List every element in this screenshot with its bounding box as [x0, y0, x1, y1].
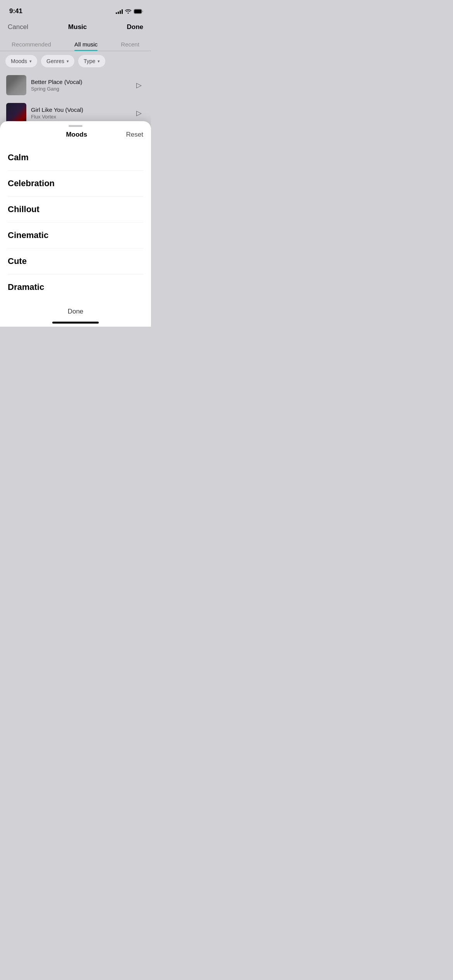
music-title: Girl Like You (Vocal) [31, 106, 129, 113]
moods-bottom-sheet: Moods Reset Calm Celebration Chillout Ci… [0, 121, 151, 327]
filter-row: Moods ▾ Genres ▾ Type ▾ [0, 51, 151, 71]
album-art [6, 75, 26, 95]
tabs-bar: Recommended All music Recent [0, 37, 151, 51]
moods-list: Calm Celebration Chillout Cinematic Cute… [0, 145, 151, 300]
mood-item-calm[interactable]: Calm [8, 145, 143, 171]
genres-filter-label: Genres [46, 58, 64, 64]
music-artist: Spring Gang [31, 86, 129, 92]
tab-recent[interactable]: Recent [115, 37, 146, 51]
tab-recommended[interactable]: Recommended [5, 37, 57, 51]
music-info: Girl Like You (Vocal) Flux Vortex [31, 106, 129, 120]
sheet-title: Moods [27, 131, 126, 139]
album-art [6, 103, 26, 123]
music-title: Better Place (Vocal) [31, 79, 129, 85]
reset-button[interactable]: Reset [126, 131, 143, 139]
status-bar: 9:41 [0, 0, 151, 19]
status-time: 9:41 [9, 7, 22, 15]
signal-icon [116, 9, 123, 14]
svg-rect-1 [134, 9, 142, 13]
type-filter[interactable]: Type ▾ [78, 55, 105, 67]
home-indicator [0, 319, 151, 327]
music-item[interactable]: Better Place (Vocal) Spring Gang ▷ [0, 71, 151, 99]
sheet-handle [0, 121, 151, 129]
moods-filter-label: Moods [11, 58, 27, 64]
play-button[interactable]: ▷ [133, 106, 145, 120]
music-artist: Flux Vortex [31, 114, 129, 120]
sheet-header: Moods Reset [0, 129, 151, 145]
music-info: Better Place (Vocal) Spring Gang [31, 79, 129, 92]
tab-all-music[interactable]: All music [68, 37, 104, 51]
mood-item-celebration[interactable]: Celebration [8, 171, 143, 197]
sheet-done-button[interactable]: Done [0, 300, 151, 319]
moods-filter[interactable]: Moods ▾ [5, 55, 37, 67]
mood-item-chillout[interactable]: Chillout [8, 197, 143, 223]
battery-icon [134, 9, 143, 14]
wifi-icon [125, 9, 131, 14]
home-bar [52, 322, 99, 324]
mood-item-dramatic[interactable]: Dramatic [8, 274, 143, 300]
genres-filter[interactable]: Genres ▾ [41, 55, 74, 67]
status-icons [116, 9, 143, 14]
nav-bar: Cancel Music Done [0, 19, 151, 37]
chevron-down-icon: ▾ [29, 59, 32, 64]
drag-handle [69, 125, 82, 127]
mood-item-cute[interactable]: Cute [8, 248, 143, 274]
done-button[interactable]: Done [127, 23, 143, 31]
play-button[interactable]: ▷ [133, 78, 145, 93]
cancel-button[interactable]: Cancel [8, 23, 28, 31]
chevron-down-icon: ▾ [67, 59, 69, 64]
type-filter-label: Type [84, 58, 95, 64]
mood-item-cinematic[interactable]: Cinematic [8, 223, 143, 248]
page-title: Music [68, 23, 87, 31]
chevron-down-icon: ▾ [98, 59, 100, 64]
